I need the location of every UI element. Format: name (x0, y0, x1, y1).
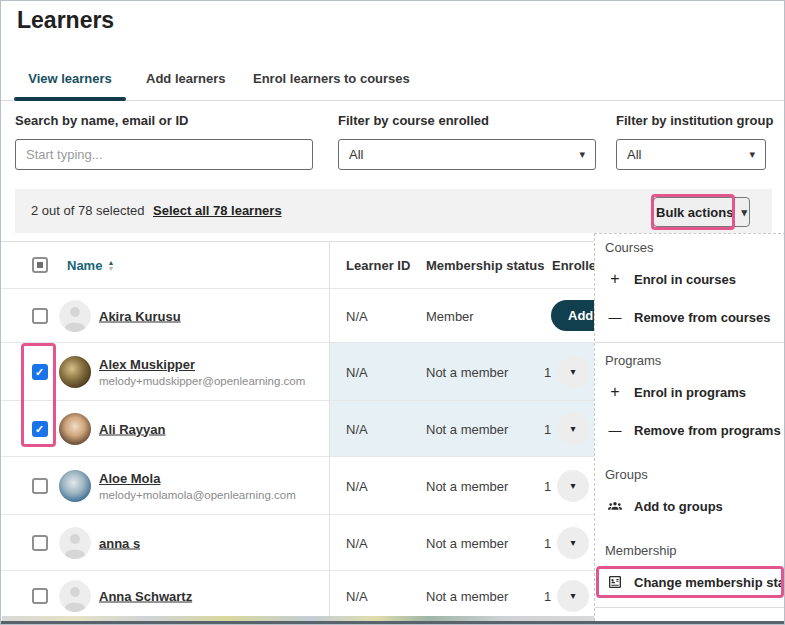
learner-name-link[interactable]: Ali Rayyan (99, 421, 165, 436)
menu-section-groups: Groups (595, 463, 785, 487)
institution-filter-value: All (627, 147, 641, 162)
minus-icon: — (607, 310, 623, 325)
plus-icon: + (607, 270, 623, 288)
bulk-actions-label: Bulk actions (656, 205, 733, 220)
membership-status-cell: Not a member (426, 535, 508, 550)
tab-add-learners[interactable]: Add learners (146, 61, 225, 97)
learner-email: melody+mudskipper@openlearning.com (99, 375, 305, 387)
column-header-name[interactable]: Name ▲ ▼ (67, 258, 114, 273)
menu-item-remove-from-courses[interactable]: — Remove from courses (595, 298, 785, 336)
select-all-link[interactable]: Select all 78 learners (153, 203, 282, 218)
tab-view-learners[interactable]: View learners (14, 61, 126, 97)
menu-item-enrol-in-programs[interactable]: + Enrol in programs (595, 373, 785, 411)
plus-icon: + (607, 383, 623, 401)
menu-section-programs: Programs (595, 349, 785, 373)
institution-filter-label: Filter by institution group (616, 113, 773, 128)
avatar (59, 527, 91, 559)
learner-name-link[interactable]: Alex Muskipper (99, 357, 305, 372)
caret-down-icon: ▾ (570, 481, 575, 491)
row-checkbox[interactable]: ✓ (32, 421, 48, 437)
membership-badge-icon (607, 574, 623, 590)
row-expand-button[interactable]: ▾ (557, 356, 589, 388)
course-filter-value: All (349, 147, 363, 162)
enrolled-count: 1 (544, 478, 551, 493)
row-expand-button[interactable]: ▾ (557, 580, 589, 612)
page-title: Learners (17, 7, 114, 34)
groups-icon (607, 498, 623, 514)
membership-status-cell: Not a member (426, 588, 508, 603)
caret-down-icon: ▾ (741, 207, 747, 218)
check-icon: ✓ (35, 423, 44, 435)
caret-down-icon: ▾ (749, 149, 755, 160)
search-label: Search by name, email or ID (15, 113, 188, 128)
menu-item-add-to-groups[interactable]: Add to groups (595, 487, 785, 525)
membership-status-cell: Not a member (426, 421, 508, 436)
learners-page: Learners View learners Add learners Enro… (0, 0, 785, 625)
course-filter-select[interactable]: All ▾ (338, 139, 596, 170)
caret-down-icon: ▾ (579, 149, 585, 160)
menu-item-remove-from-programs[interactable]: — Remove from programs (595, 411, 785, 449)
minus-icon: — (607, 423, 623, 438)
selection-bar: 2 out of 78 selected Select all 78 learn… (15, 189, 772, 233)
learner-id-cell: N/A (346, 478, 368, 493)
menu-section-courses: Courses (595, 236, 785, 260)
caret-down-icon: ▾ (570, 367, 575, 377)
learner-id-cell: N/A (346, 421, 368, 436)
menu-divider (595, 342, 785, 343)
learner-name-link[interactable]: Akira Kurusu (99, 308, 181, 323)
menu-item-enrol-in-courses[interactable]: + Enrol in courses (595, 260, 785, 298)
institution-filter-select[interactable]: All ▾ (616, 139, 766, 170)
selection-count: 2 out of 78 selected (31, 203, 144, 218)
select-all-checkbox[interactable] (32, 257, 48, 273)
search-input[interactable] (15, 139, 313, 170)
learner-name-link[interactable]: anna s (99, 535, 140, 550)
learner-name-link[interactable]: Anna Schwartz (99, 588, 192, 603)
menu-divider (595, 607, 785, 608)
learner-id-cell: N/A (346, 535, 368, 550)
row-checkbox[interactable] (32, 588, 48, 604)
enrolled-count: 1 (544, 421, 551, 436)
avatar (59, 356, 91, 388)
check-icon: ✓ (35, 366, 44, 378)
avatar (59, 300, 91, 332)
active-tab-underline (14, 97, 126, 101)
enrolled-count: 1 (544, 535, 551, 550)
row-checkbox[interactable] (32, 535, 48, 551)
learner-name-link[interactable]: Aloe Mola (99, 471, 296, 486)
menu-section-membership: Membership (595, 539, 785, 563)
learner-email: melody+molamola@openlearning.com (99, 489, 296, 501)
bulk-actions-button[interactable]: Bulk actions ▾ (653, 197, 750, 227)
membership-status-cell: Member (426, 308, 474, 323)
learner-id-cell: N/A (346, 308, 368, 323)
column-header-membership-status: Membership status (426, 258, 544, 273)
caret-down-icon: ▾ (570, 538, 575, 548)
window-bottom-edge (1, 621, 785, 624)
avatar (59, 413, 91, 445)
row-checkbox[interactable] (32, 478, 48, 494)
row-expand-button[interactable]: ▾ (557, 413, 589, 445)
column-header-learner-id: Learner ID (346, 258, 410, 273)
membership-status-cell: Not a member (426, 478, 508, 493)
bulk-actions-menu: Courses + Enrol in courses — Remove from… (594, 233, 785, 625)
sort-icon: ▲ ▼ (107, 259, 114, 271)
avatar (59, 470, 91, 502)
avatar (59, 580, 91, 612)
column-divider (329, 241, 330, 620)
tab-bar: View learners Add learners Enrol learner… (1, 61, 785, 101)
caret-down-icon: ▾ (570, 591, 575, 601)
course-filter-label: Filter by course enrolled (338, 113, 489, 128)
menu-item-change-membership-status[interactable]: Change membership status (595, 563, 785, 601)
learner-id-cell: N/A (346, 364, 368, 379)
row-checkbox[interactable]: ✓ (32, 364, 48, 380)
membership-status-cell: Not a member (426, 364, 508, 379)
tab-enrol-learners-to-courses[interactable]: Enrol learners to courses (253, 61, 410, 97)
caret-down-icon: ▾ (570, 424, 575, 434)
learner-id-cell: N/A (346, 588, 368, 603)
enrolled-count: 1 (544, 588, 551, 603)
enrolled-count: 1 (544, 364, 551, 379)
row-checkbox[interactable] (32, 308, 48, 324)
row-expand-button[interactable]: ▾ (557, 527, 589, 559)
row-expand-button[interactable]: ▾ (557, 470, 589, 502)
